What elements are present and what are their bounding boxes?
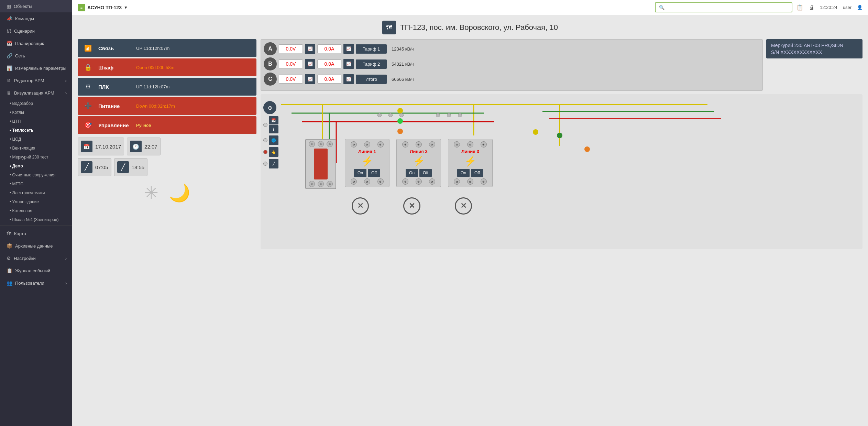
line3-bottom-terminals: ⊘ ⊘ ⊘ bbox=[450, 178, 490, 185]
power-label: Питание bbox=[98, 103, 136, 109]
line1-bottom-terminals: ⊘ ⊘ ⊘ bbox=[347, 178, 387, 185]
total-btn[interactable]: Итого bbox=[356, 75, 387, 84]
status-control[interactable]: 🎯 Управление Ручное bbox=[78, 116, 256, 134]
tariff1-btn[interactable]: Тариф 1 bbox=[356, 44, 387, 54]
sidebar-sub-mgts[interactable]: • МГТС bbox=[0, 179, 72, 188]
shkaf-value: Open 00d:00h:58m bbox=[136, 65, 256, 70]
ramp-icon2: ╱ bbox=[117, 161, 129, 173]
sidebar-sub-mercury[interactable]: • Меркурий 230 тест bbox=[0, 153, 72, 162]
radio-4[interactable] bbox=[263, 162, 267, 166]
status-power[interactable]: ➕ Питание Down 00d:02h:17m bbox=[78, 97, 256, 115]
clock-icon: 🕐 bbox=[130, 141, 142, 152]
sidebar-sub-kotelnaya[interactable]: • Котельная bbox=[0, 206, 72, 215]
copy-icon[interactable]: 📋 bbox=[796, 4, 803, 11]
sidebar-item-settings[interactable]: ⚙ Настройки › bbox=[0, 252, 72, 264]
app-icon: ≡ bbox=[78, 4, 85, 11]
ctrl-ramp-icon[interactable]: ╱ bbox=[269, 159, 278, 168]
params-icon: 📊 bbox=[7, 65, 12, 71]
sidebar-sub-teplosec[interactable]: • Теплосеть bbox=[0, 126, 72, 135]
sidebar-sub-school[interactable]: • Школа №4 (Звенигород) bbox=[0, 215, 72, 224]
steering-wheel-icon[interactable]: ⊕ bbox=[263, 101, 276, 114]
sidebar-sub-kotly[interactable]: • Котлы bbox=[0, 108, 72, 117]
scheduler-icon: 📅 bbox=[7, 41, 12, 46]
sidebar-label-objects: Объекты bbox=[14, 4, 32, 9]
ctrl-calendar-icon[interactable]: 📅 bbox=[269, 116, 278, 124]
sidebar-sub-smart[interactable]: • Умное здание bbox=[0, 197, 72, 206]
meter-info: Меркурий 230 ART-03 PRQSIDN S/N XXXXXXXX… bbox=[766, 39, 862, 58]
phase-a-current-chart-btn[interactable]: 📈 bbox=[343, 44, 354, 54]
sidebar-item-journal[interactable]: 📋 Журнал событий bbox=[0, 264, 72, 277]
line1-on-btn[interactable]: On bbox=[354, 169, 366, 177]
breaker-switch[interactable] bbox=[314, 149, 328, 179]
sidebar-sub-cleaning[interactable]: • Очистные сооружения bbox=[0, 171, 72, 179]
line2-off-btn[interactable]: Off bbox=[419, 169, 432, 177]
status-shkaf[interactable]: 🔒 Шкаф Open 00d:00h:58m bbox=[78, 58, 256, 76]
tariff2-btn[interactable]: Тариф 2 bbox=[356, 59, 387, 69]
sidebar-item-scheduler[interactable]: 📅 Планировщик bbox=[0, 37, 72, 50]
l1-b3: ⊘ bbox=[377, 178, 384, 185]
sidebar-sub-cod[interactable]: • ЦОД bbox=[0, 135, 72, 144]
phase-b-current-chart-btn[interactable]: 📈 bbox=[343, 59, 354, 69]
radio-3-active[interactable] bbox=[263, 150, 267, 154]
sidebar-sub-electro[interactable]: • Электросчетчики bbox=[0, 188, 72, 197]
sidebar-item-archive[interactable]: 📦 Архивные данные bbox=[0, 240, 72, 252]
sidebar-sub-ventil[interactable]: • Вентиляция bbox=[0, 144, 72, 153]
sidebar-label-commands: Команды bbox=[15, 16, 34, 21]
line3-off-btn[interactable]: Off bbox=[471, 169, 483, 177]
app-dropdown-icon[interactable]: ▼ bbox=[124, 5, 128, 10]
sidebar-item-network[interactable]: 🔗 Сеть bbox=[0, 50, 72, 62]
phase-c-voltage-chart-btn[interactable]: 📈 bbox=[305, 74, 315, 84]
radio-2[interactable] bbox=[263, 138, 267, 142]
meter-line1: Меркурий 230 ART-03 PRQSIDN bbox=[771, 43, 858, 48]
sidebar-item-arm-viz[interactable]: 🖥 Визуализация АРМ › bbox=[0, 87, 72, 99]
phase-c-badge: C bbox=[264, 73, 277, 86]
topbar-right: 📋 🖨 12:20:24 user 👤 bbox=[796, 4, 862, 11]
bus-node-4 bbox=[436, 113, 440, 117]
l2-b3: ⊘ bbox=[429, 178, 435, 185]
app-title: АСУНО ТП-123 bbox=[87, 5, 122, 10]
radio-1[interactable] bbox=[263, 123, 267, 127]
bus-node-3 bbox=[399, 113, 404, 117]
sidebar-item-users[interactable]: 👥 Пользователи › bbox=[0, 277, 72, 289]
ramp-box: ╱ 07:05 bbox=[78, 158, 111, 176]
sidebar-item-objects[interactable]: ▦ Объекты bbox=[0, 0, 72, 12]
ctrl-info-icon[interactable]: ℹ bbox=[269, 125, 278, 133]
phase-a-badge: A bbox=[264, 42, 277, 55]
sidebar-sub-ctp[interactable]: • ЦТП bbox=[0, 117, 72, 126]
phase-a-current: 0.0A bbox=[317, 44, 341, 53]
page-title-row: 🗺 ТП-123, пос. им. Воровского, ул. Рабоч… bbox=[78, 21, 862, 34]
search-area bbox=[655, 2, 792, 12]
arm-editor-icon: 🖥 bbox=[7, 78, 11, 83]
status-svyaz[interactable]: 📶 Связь UP 11d:12h:07m bbox=[78, 39, 256, 57]
line2-on-btn[interactable]: On bbox=[406, 169, 418, 177]
phase-b-current: 0.0A bbox=[317, 59, 341, 68]
l3-b2: ⊘ bbox=[467, 178, 473, 185]
sidebar-sub-demo[interactable]: • Демо bbox=[0, 162, 72, 171]
phase-b-voltage-chart-btn[interactable]: 📈 bbox=[305, 59, 315, 69]
terminal-6: ⊘ bbox=[327, 181, 333, 187]
ctrl-hand-icon[interactable]: 👆 bbox=[269, 147, 278, 157]
line1-off-btn[interactable]: Off bbox=[368, 169, 380, 177]
power-icon: ➕ bbox=[78, 102, 98, 110]
power-value: Down 00d:02h:17m bbox=[136, 103, 256, 109]
sidebar-item-map[interactable]: 🗺 Карта bbox=[0, 227, 72, 240]
l1-b2: ⊘ bbox=[364, 178, 370, 185]
map-icon: 🗺 bbox=[7, 231, 11, 236]
sidebar-item-commands[interactable]: 📣 Команды bbox=[0, 12, 72, 25]
phase-c-current-chart-btn[interactable]: 📈 bbox=[343, 74, 354, 84]
print-icon[interactable]: 🖨 bbox=[809, 4, 814, 11]
left-column: 📶 Связь UP 11d:12h:07m 🔒 Шкаф Open 00d:0… bbox=[78, 39, 256, 249]
status-plk[interactable]: ⚙ ПЛК UP 11d:12h:07m bbox=[78, 78, 256, 96]
lamp-indicator-1: ✕ bbox=[352, 197, 369, 215]
phase-a-voltage-chart-btn[interactable]: 📈 bbox=[305, 44, 315, 54]
sidebar-item-scenarios[interactable]: ⟨/⟩ Сценарии bbox=[0, 25, 72, 37]
search-input[interactable] bbox=[655, 2, 792, 12]
user-icon: 👤 bbox=[857, 5, 862, 10]
ctrl-globe-icon[interactable]: 🌐 bbox=[269, 135, 278, 145]
line3-on-btn[interactable]: On bbox=[457, 169, 470, 177]
phase-a-row: A 0.0V 📈 0.0A 📈 Тариф 1 12345 кВ/ч bbox=[264, 42, 760, 55]
orange-node bbox=[397, 129, 403, 134]
sidebar-item-arm-editor[interactable]: 🖥 Редактор АРМ › bbox=[0, 74, 72, 87]
sidebar-sub-vodozbor[interactable]: • Водозабор bbox=[0, 99, 72, 108]
sidebar-item-params[interactable]: 📊 Измеряемые параметры bbox=[0, 62, 72, 74]
